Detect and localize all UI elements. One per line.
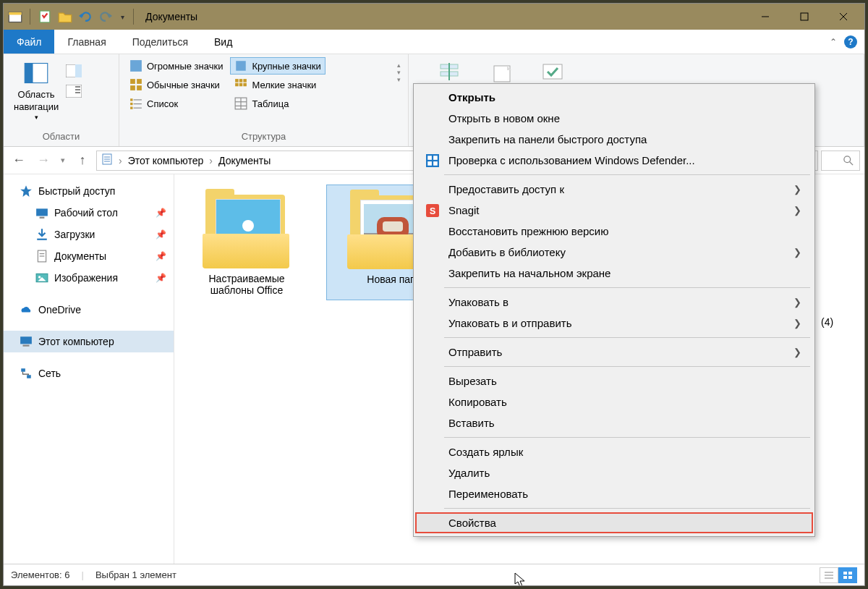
svg-rect-14 — [75, 86, 80, 88]
chevron-right-icon: ❯ — [793, 318, 801, 329]
svg-rect-81 — [433, 156, 438, 160]
layout-scroll-up-icon[interactable]: ▴ — [397, 62, 401, 69]
ctx-delete[interactable]: Удалить — [415, 462, 813, 483]
ctx-rename[interactable]: Переименовать — [415, 483, 813, 504]
svg-rect-10 — [25, 64, 33, 83]
breadcrumb-root[interactable]: Этот компьютер — [128, 155, 204, 166]
options-icon[interactable] — [542, 63, 563, 83]
nav-this-pc[interactable]: Этот компьютер — [4, 331, 174, 352]
collapse-ribbon-icon[interactable]: ⌃ — [830, 37, 837, 47]
folder-item[interactable]: Настраиваемые шаблоны Office — [182, 185, 312, 300]
ctx-defender[interactable]: Проверка с использованием Windows Defend… — [415, 150, 813, 171]
ctx-pin-quick[interactable]: Закрепить на панели быстрого доступа — [415, 129, 813, 150]
nav-downloads[interactable]: Загрузки 📌 — [4, 224, 174, 245]
svg-rect-78 — [848, 576, 852, 579]
pin-icon: 📌 — [156, 229, 166, 240]
nav-desktop[interactable]: Рабочий стол 📌 — [4, 202, 174, 224]
app-icon[interactable] — [5, 7, 25, 27]
breadcrumb-current[interactable]: Документы — [218, 155, 271, 166]
pin-icon: 📌 — [156, 273, 166, 283]
statusbar: Элементов: 6 | Выбран 1 элемент — [4, 564, 864, 585]
ctx-share-access[interactable]: Предоставить доступ к❯ — [415, 179, 813, 200]
new-folder-icon[interactable] — [55, 7, 75, 27]
layout-list[interactable]: Список — [125, 95, 227, 112]
ctx-paste[interactable]: Вставить — [415, 412, 813, 433]
back-button[interactable]: ← — [8, 150, 30, 171]
search-icon — [843, 156, 854, 166]
layout-small-icons[interactable]: Мелкие значки — [230, 76, 325, 93]
nav-documents[interactable]: Документы 📌 — [4, 245, 174, 267]
computer-icon — [20, 335, 33, 348]
ctx-snagit[interactable]: S Snagit❯ — [415, 200, 813, 221]
details-pane-icon[interactable] — [66, 85, 82, 101]
ctx-properties[interactable]: Свойства — [415, 512, 813, 533]
layout-table[interactable]: Таблица — [230, 95, 325, 112]
file-label: Настраиваемые шаблоны Office — [186, 273, 307, 296]
titlebar: ▾ Документы — [4, 4, 864, 30]
ctx-shortcut[interactable]: Создать ярлык — [415, 441, 813, 462]
recent-dropdown[interactable]: ▾ — [57, 150, 69, 171]
nav-pictures[interactable]: Изображения 📌 — [4, 267, 174, 289]
search-field[interactable] — [821, 151, 860, 171]
help-icon[interactable]: ? — [844, 35, 857, 48]
defender-icon — [425, 153, 440, 168]
tab-view[interactable]: Вид — [201, 30, 245, 54]
svg-rect-52 — [36, 208, 48, 216]
svg-rect-22 — [137, 85, 142, 90]
ctx-open-new-window[interactable]: Открыть в новом окне — [415, 108, 813, 129]
nav-onedrive[interactable]: OneDrive — [4, 299, 174, 321]
ctx-add-library[interactable]: Добавить в библиотеку❯ — [415, 242, 813, 263]
qat-dropdown-icon[interactable]: ▾ — [116, 7, 129, 27]
file-label: Новая пап — [367, 274, 415, 285]
close-button[interactable] — [824, 4, 863, 30]
nav-quick-access[interactable]: Быстрый доступ — [4, 180, 174, 202]
maximize-button[interactable] — [785, 4, 824, 30]
desktop-icon — [35, 206, 48, 219]
layout-huge-icons[interactable]: Огромные значки — [125, 57, 227, 75]
nav-network[interactable]: Сеть — [4, 363, 174, 384]
svg-marker-51 — [20, 185, 32, 197]
minimize-button[interactable] — [746, 4, 785, 30]
up-button[interactable]: ↑ — [72, 150, 93, 171]
ctx-send-to[interactable]: Отправить❯ — [415, 342, 813, 363]
svg-rect-44 — [543, 64, 562, 79]
ctx-pack-send[interactable]: Упаковать в и отправить❯ — [415, 313, 813, 334]
properties-icon[interactable] — [35, 7, 55, 27]
ribbon-group-layout-label: Структура — [125, 130, 402, 145]
svg-point-59 — [38, 276, 41, 278]
ctx-cut[interactable]: Вырезать — [415, 370, 813, 391]
view-icons-button[interactable] — [838, 567, 857, 583]
svg-rect-83 — [433, 161, 438, 166]
layout-normal-icons[interactable]: Обычные значки — [125, 76, 227, 93]
tab-home[interactable]: Главная — [54, 30, 119, 54]
ctx-pack-to[interactable]: Упаковать в❯ — [415, 292, 813, 313]
undo-icon[interactable] — [75, 7, 95, 27]
svg-rect-25 — [244, 79, 247, 82]
ctx-open[interactable]: Открыть — [415, 87, 813, 108]
svg-rect-77 — [843, 576, 847, 579]
view-details-button[interactable] — [820, 567, 838, 583]
svg-rect-19 — [130, 79, 135, 84]
context-menu: Открыть Открыть в новом окне Закрепить н… — [413, 83, 815, 537]
navigation-pane: Быстрый доступ Рабочий стол 📌 Загрузки 📌… — [4, 174, 174, 564]
navigation-pane-button[interactable]: Область навигации ▾ — [9, 57, 63, 124]
svg-rect-21 — [130, 85, 135, 90]
separator — [444, 174, 810, 175]
layout-more-icon[interactable]: ▾ — [397, 76, 401, 83]
forward-button[interactable]: → — [33, 150, 54, 171]
ctx-restore-prev[interactable]: Восстановить прежнюю версию — [415, 221, 813, 242]
ctx-pin-start[interactable]: Закрепить на начальном экране — [415, 263, 813, 284]
preview-pane-icon[interactable] — [66, 64, 82, 80]
svg-rect-1 — [9, 12, 22, 15]
separator — [444, 437, 810, 438]
svg-rect-64 — [27, 375, 31, 378]
redo-icon[interactable] — [95, 7, 116, 27]
tab-file[interactable]: Файл — [4, 30, 54, 54]
layout-large-icons[interactable]: Крупные значки — [230, 57, 325, 75]
svg-rect-23 — [236, 79, 239, 82]
layout-scroll-down-icon[interactable]: ▾ — [397, 69, 401, 76]
tab-share[interactable]: Поделиться — [119, 30, 201, 54]
chevron-right-icon: ❯ — [793, 184, 801, 195]
ctx-copy[interactable]: Копировать — [415, 391, 813, 412]
pin-icon: 📌 — [156, 251, 166, 261]
